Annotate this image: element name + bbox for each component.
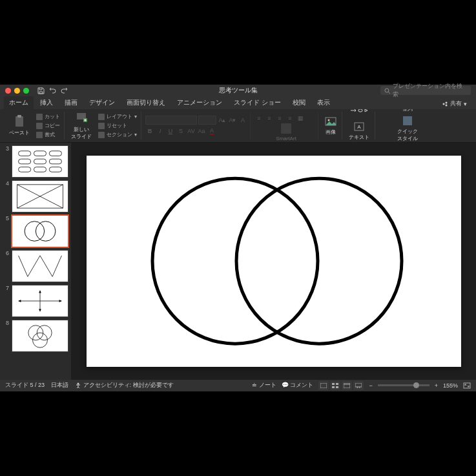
sorter-view-button[interactable] bbox=[330, 381, 340, 390]
slide-thumbnail-rail[interactable]: 3 4 5 6 bbox=[0, 143, 71, 379]
zoom-slider[interactable] bbox=[378, 384, 429, 386]
chevron-down-icon: ▾ bbox=[464, 101, 467, 107]
align-center-button[interactable]: ≡ bbox=[265, 114, 274, 123]
smartart-button[interactable]: SmartArt に変換 bbox=[274, 123, 298, 143]
tab-animations[interactable]: アニメーション bbox=[172, 96, 227, 109]
shadow-button[interactable]: AV bbox=[187, 127, 196, 136]
svg-rect-28 bbox=[49, 160, 61, 165]
fit-to-window-button[interactable] bbox=[463, 382, 471, 389]
slide-thumbnail[interactable] bbox=[12, 320, 68, 352]
slide-thumbnail[interactable] bbox=[12, 145, 68, 178]
normal-view-button[interactable] bbox=[318, 381, 329, 390]
numbering-button[interactable]: ≡ bbox=[265, 109, 274, 112]
slide-indicator: スライド 5 / 23 bbox=[5, 381, 45, 389]
window-controls bbox=[0, 88, 29, 94]
zoom-level[interactable]: 155% bbox=[443, 382, 458, 389]
svg-line-1 bbox=[388, 92, 390, 94]
justify-button[interactable]: ≡ bbox=[285, 114, 295, 123]
reading-view-button[interactable] bbox=[342, 381, 352, 390]
thumbnail-8: 8 bbox=[3, 320, 68, 352]
strike-button[interactable]: S bbox=[176, 127, 185, 136]
new-slide-button[interactable]: 新しい スライド bbox=[68, 110, 94, 141]
paste-button[interactable]: ペースト bbox=[6, 114, 32, 138]
slide-canvas[interactable] bbox=[87, 156, 461, 366]
reset-icon bbox=[98, 123, 105, 129]
copy-button[interactable]: コピー bbox=[35, 121, 61, 130]
slide-thumbnail[interactable] bbox=[12, 215, 68, 247]
svg-marker-41 bbox=[39, 291, 41, 293]
svg-rect-5 bbox=[16, 116, 23, 127]
redo-icon[interactable] bbox=[60, 87, 68, 94]
layout-icon bbox=[98, 114, 105, 120]
ribbon-group-clipboard: ペースト カット コピー 書式 bbox=[4, 112, 65, 140]
chevron-down-icon: ▾ bbox=[134, 114, 137, 119]
reset-button[interactable]: リセット bbox=[97, 121, 138, 130]
quick-access-toolbar bbox=[37, 87, 68, 94]
tab-draw[interactable]: 描画 bbox=[59, 96, 83, 109]
svg-point-36 bbox=[36, 222, 56, 242]
tab-view[interactable]: 表示 bbox=[312, 96, 335, 109]
accessibility-status[interactable]: アクセシビリティ: 検討が必要です bbox=[75, 381, 174, 389]
scissors-icon bbox=[36, 114, 43, 120]
indent-dec-button[interactable]: ⇤ bbox=[275, 109, 284, 112]
clear-format-button[interactable]: A bbox=[238, 116, 247, 125]
minimize-window-button[interactable] bbox=[14, 88, 20, 94]
font-color-button[interactable]: A bbox=[207, 127, 216, 136]
layout-button[interactable]: レイアウト▾ bbox=[97, 112, 138, 121]
save-icon[interactable] bbox=[37, 87, 45, 94]
svg-point-35 bbox=[25, 222, 45, 242]
tab-design[interactable]: デザイン bbox=[84, 96, 120, 109]
close-window-button[interactable] bbox=[5, 88, 11, 94]
tab-insert[interactable]: 挿入 bbox=[35, 96, 58, 109]
shapes-gallery[interactable] bbox=[347, 109, 371, 119]
picture-button[interactable]: 画像 bbox=[322, 114, 339, 137]
text-direction-button[interactable]: A bbox=[306, 109, 315, 112]
italic-button[interactable]: I bbox=[156, 127, 165, 136]
align-left-button[interactable]: ≡ bbox=[254, 114, 264, 123]
svg-rect-26 bbox=[19, 160, 31, 165]
maximize-window-button[interactable] bbox=[23, 88, 29, 94]
textbox-button[interactable]: A テキスト ボックス bbox=[346, 119, 372, 143]
bold-button[interactable]: B bbox=[145, 127, 154, 136]
tab-home[interactable]: ホーム bbox=[4, 96, 34, 109]
search-input[interactable]: プレゼンテーション内を検索 bbox=[380, 86, 471, 95]
cut-button[interactable]: カット bbox=[35, 112, 61, 121]
format-painter-button[interactable]: 書式 bbox=[35, 130, 61, 139]
tab-transitions[interactable]: 画面切り替え bbox=[121, 96, 171, 109]
letterbox-top bbox=[0, 0, 476, 85]
slide-thumbnail[interactable] bbox=[12, 285, 68, 317]
underline-button[interactable]: U bbox=[166, 127, 175, 136]
tab-review[interactable]: 校閲 bbox=[287, 96, 311, 109]
undo-icon[interactable] bbox=[48, 87, 56, 94]
comments-button[interactable]: 💬 コメント bbox=[282, 381, 314, 389]
font-size-select[interactable] bbox=[198, 116, 216, 125]
language-indicator[interactable]: 日本語 bbox=[51, 381, 68, 389]
section-button[interactable]: セクション▾ bbox=[97, 130, 138, 139]
svg-point-48 bbox=[78, 382, 79, 384]
indent-inc-button[interactable]: ⇥ bbox=[285, 109, 295, 112]
decrease-font-button[interactable]: A▾ bbox=[228, 116, 237, 125]
statusbar: スライド 5 / 23 日本語 アクセシビリティ: 検討が必要です ≐ ノート … bbox=[0, 380, 476, 391]
slide-canvas-area[interactable] bbox=[71, 143, 476, 379]
slide-thumbnail[interactable] bbox=[12, 180, 68, 212]
spacing-button[interactable]: Aa bbox=[197, 127, 206, 136]
tab-slideshow[interactable]: スライド ショー bbox=[229, 96, 286, 109]
svg-marker-39 bbox=[19, 300, 21, 302]
bullets-button[interactable]: ≡ bbox=[254, 109, 264, 112]
notes-button[interactable]: ≐ ノート bbox=[252, 381, 276, 389]
main-area: 3 4 5 6 bbox=[0, 143, 476, 379]
svg-rect-53 bbox=[336, 386, 338, 388]
columns-button[interactable]: ▦ bbox=[296, 114, 305, 123]
line-spacing-button[interactable]: ↕ bbox=[296, 109, 305, 112]
slideshow-view-button[interactable] bbox=[353, 381, 364, 390]
align-right-button[interactable]: ≡ bbox=[275, 114, 284, 123]
increase-font-button[interactable]: A▴ bbox=[218, 116, 227, 125]
quickstyle-button[interactable]: クイック スタイル bbox=[395, 114, 420, 143]
share-button[interactable]: 共有 ▾ bbox=[438, 98, 471, 109]
zoom-out-button[interactable]: − bbox=[369, 382, 372, 389]
slide-thumbnail[interactable] bbox=[12, 250, 68, 282]
svg-rect-24 bbox=[34, 151, 46, 156]
font-family-select[interactable] bbox=[145, 116, 197, 125]
svg-rect-31 bbox=[49, 167, 61, 172]
zoom-in-button[interactable]: + bbox=[435, 382, 438, 389]
